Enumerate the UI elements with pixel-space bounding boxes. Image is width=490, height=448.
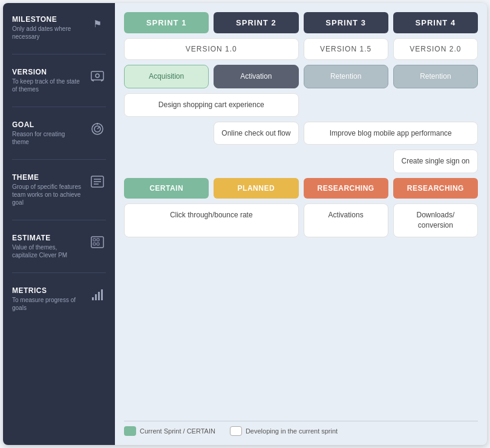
theme-row-1: Design shopping cart experience: [124, 93, 478, 117]
goal-retention2: Retention: [393, 65, 478, 88]
version-15: VERSION 1.5: [304, 38, 388, 60]
goal-icon: [89, 120, 106, 137]
divider-2: [12, 107, 106, 107]
svg-rect-17: [92, 297, 94, 300]
legend-developing: Developing in the current sprint: [230, 426, 338, 436]
goal-subtitle: Reason for creating theme: [12, 130, 83, 146]
sprint1-header: SPRINT 1: [124, 12, 209, 33]
svg-rect-13: [93, 239, 96, 241]
metric-bounce: Click through/bounce rate: [124, 203, 299, 237]
milestone-title: MILESTONE: [12, 15, 83, 24]
svg-rect-14: [97, 239, 99, 241]
status-researching2: RESEARCHING: [393, 178, 478, 199]
estimate-title: ESTIMATE: [12, 234, 83, 242]
empty-theme-col3b: [304, 150, 388, 173]
sidebar: MILESTONE Only add dates where necessary…: [3, 3, 115, 445]
legend: Current Sprint / CERTAIN Developing in t…: [124, 421, 478, 436]
divider-1: [12, 54, 106, 54]
theme-row-2: Online check out flow Improve blog mobil…: [124, 122, 478, 145]
metrics-title: METRICS: [12, 286, 83, 295]
sidebar-item-version: VERSION To keep track of the state of th…: [12, 68, 106, 93]
svg-rect-19: [98, 292, 100, 300]
theme-icon: [89, 173, 106, 190]
svg-line-7: [97, 127, 100, 129]
theme-shopping-cart: Design shopping cart experience: [124, 93, 299, 117]
divider-5: [12, 272, 106, 273]
svg-rect-15: [93, 243, 96, 245]
metrics-icon: [89, 286, 106, 303]
sidebar-item-metrics: METRICS To measure progress of goals: [12, 286, 106, 312]
svg-point-1: [96, 74, 99, 77]
legend-current-label: Current Sprint / CERTAIN: [140, 427, 215, 435]
svg-rect-20: [101, 289, 103, 300]
status-planned: PLANNED: [214, 178, 298, 199]
sprint3-header: SPRINT 3: [304, 12, 388, 33]
version-row: VERSION 1.0 VERSION 1.5 VERSION 2.0: [124, 38, 478, 60]
svg-rect-0: [91, 71, 103, 80]
metric-downloads: Downloads/ conversion: [393, 203, 478, 237]
metrics-subtitle: To measure progress of goals: [12, 296, 83, 312]
milestone-icon: ⚑: [89, 15, 106, 32]
empty-theme-col1: [124, 122, 209, 145]
goal-title: GOAL: [12, 120, 83, 129]
sidebar-item-theme: THEME Group of specific features team wo…: [12, 173, 106, 206]
theme-subtitle: Group of specific features team works on…: [12, 183, 83, 206]
empty-theme-1: [304, 93, 479, 117]
version-1: VERSION 1.0: [124, 38, 299, 60]
version-title: VERSION: [12, 68, 83, 76]
status-researching1: RESEARCHING: [304, 178, 388, 199]
goal-activation: Activation: [214, 65, 298, 88]
main-content: SPRINT 1 SPRINT 2 SPRINT 3 SPRINT 4 VERS…: [115, 3, 487, 445]
theme-checkout: Online check out flow: [214, 122, 298, 145]
version-2: VERSION 2.0: [393, 38, 478, 60]
sidebar-item-estimate: ESTIMATE Value of themes, capitalize Cle…: [12, 234, 106, 259]
version-icon: [89, 68, 106, 85]
estimate-subtitle: Value of themes, capitalize Clever PM: [12, 243, 83, 259]
theme-blog: Improve blog mobile app performance: [304, 122, 479, 145]
version-subtitle: To keep track of the state of themes: [12, 77, 83, 93]
sprint-headers-row: SPRINT 1 SPRINT 2 SPRINT 3 SPRINT 4: [124, 12, 478, 33]
sprint2-header: SPRINT 2: [214, 12, 298, 33]
svg-rect-16: [97, 243, 99, 245]
svg-rect-18: [95, 294, 97, 300]
milestone-subtitle: Only add dates where necessary: [12, 25, 83, 41]
sprint4-header: SPRINT 4: [393, 12, 478, 33]
theme-sso: Create single sign on: [393, 150, 478, 173]
goal-acquisition: Acquisition: [124, 65, 209, 88]
status-row: CERTAIN PLANNED RESEARCHING RESEARCHING: [124, 178, 478, 199]
sprint-board: SPRINT 1 SPRINT 2 SPRINT 3 SPRINT 4 VERS…: [124, 12, 478, 415]
sidebar-item-milestone: MILESTONE Only add dates where necessary…: [12, 15, 106, 41]
status-certain: CERTAIN: [124, 178, 209, 199]
legend-current: Current Sprint / CERTAIN: [124, 426, 215, 436]
metric-activations: Activations: [304, 203, 388, 237]
empty-theme-col1b: [124, 150, 209, 173]
divider-4: [12, 220, 106, 220]
legend-current-box: [124, 426, 136, 436]
empty-theme-col2b: [214, 150, 298, 173]
theme-title: THEME: [12, 173, 83, 182]
legend-developing-label: Developing in the current sprint: [246, 427, 338, 435]
divider-3: [12, 159, 106, 160]
theme-row-3: Create single sign on: [124, 150, 478, 173]
metrics-row: Click through/bounce rate Activations Do…: [124, 203, 478, 237]
goal-row: Acquisition Activation Retention Retenti…: [124, 65, 478, 88]
estimate-icon: [89, 234, 106, 251]
sidebar-item-goal: GOAL Reason for creating theme: [12, 120, 106, 146]
goal-retention1: Retention: [304, 65, 388, 88]
legend-developing-box: [230, 426, 242, 436]
app-container: MILESTONE Only add dates where necessary…: [3, 3, 487, 445]
